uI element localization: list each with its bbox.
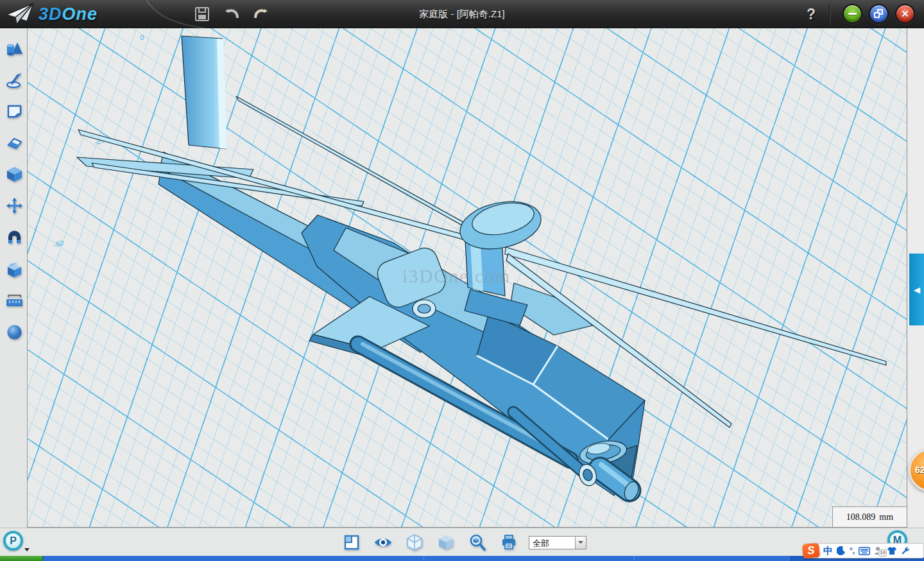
save-button[interactable] — [193, 4, 212, 24]
dropdown-arrow-button[interactable] — [575, 537, 586, 549]
magnet-assembly-button[interactable] — [3, 226, 26, 249]
redo-button[interactable] — [252, 4, 271, 24]
print-icon — [501, 534, 517, 551]
wireframe-display-button[interactable] — [403, 531, 426, 554]
move-transform-button[interactable] — [3, 194, 26, 217]
sketch-draw-button[interactable] — [3, 68, 26, 91]
titlebar: 3DOne 家庭 — [0, 0, 924, 28]
notification-count: 62 — [915, 465, 924, 475]
measurement-value: 108.089 — [846, 512, 876, 522]
quick-access-toolbar — [193, 0, 271, 28]
measurement-readout: 108.089 mm — [832, 506, 907, 527]
close-icon: ✕ — [901, 9, 909, 19]
undo-icon — [223, 6, 240, 22]
window-controls: ✕ — [843, 4, 915, 24]
measurement-unit: mm — [879, 512, 893, 522]
primitive-shapes-button[interactable] — [3, 37, 26, 60]
sketch-plane-icon — [6, 103, 23, 120]
render-sphere-button[interactable] — [3, 320, 26, 343]
status-toolbar: P — [0, 528, 924, 556]
solid-cube-icon — [6, 166, 23, 183]
settings-wrench-icon[interactable] — [901, 544, 910, 558]
viewport-canvas[interactable]: 0 -25 -50 — [28, 28, 907, 528]
night-moon-icon[interactable] — [837, 544, 846, 558]
minimize-button[interactable] — [843, 4, 862, 24]
brand-text: 3DOne — [38, 4, 98, 24]
person-badge-count: 14 — [878, 549, 887, 557]
trim-erase-icon — [6, 134, 23, 151]
measure-list-button[interactable] — [3, 289, 26, 312]
magnet-assembly-icon — [6, 229, 23, 246]
zoom-search-icon — [469, 534, 486, 551]
print-button[interactable] — [497, 531, 520, 554]
trim-erase-button[interactable] — [3, 131, 26, 154]
taskbar-separator — [634, 556, 635, 561]
windows-taskbar[interactable] — [0, 556, 924, 561]
display-filter-dropdown[interactable]: 全部 — [529, 536, 586, 549]
shaded-display-icon — [438, 534, 454, 551]
view-plane-button[interactable] — [340, 531, 363, 554]
window-title: 家庭版 - [阿帕奇.Z1] — [0, 0, 924, 28]
left-corner-badge[interactable]: P — [3, 531, 23, 551]
account-person-icon[interactable]: 14 — [874, 544, 883, 558]
restore-button[interactable] — [869, 4, 889, 24]
combine-box-icon — [6, 261, 23, 279]
brand-one: One — [62, 4, 98, 24]
move-transform-icon — [6, 197, 23, 214]
sketch-draw-icon — [6, 71, 23, 89]
3done-app-window: 3DOne 家庭 — [0, 0, 924, 561]
view-plane-icon — [343, 534, 360, 551]
panel-collapse-tab[interactable]: ◀ — [909, 254, 924, 325]
chevron-down-icon — [578, 541, 583, 544]
helicopter-model[interactable] — [28, 28, 907, 528]
measure-list-icon — [6, 292, 23, 309]
wireframe-display-icon — [406, 533, 423, 551]
undo-button[interactable] — [222, 4, 241, 24]
sogou-ime-bar: S 中 °, 14 — [803, 543, 924, 558]
view-tools: 全部 — [340, 528, 586, 557]
restore-icon — [874, 9, 884, 19]
combine-box-button[interactable] — [3, 258, 26, 281]
left-toolbar — [0, 28, 28, 528]
render-sphere-icon — [6, 324, 23, 341]
punctuation-toggle[interactable]: °, — [850, 544, 855, 558]
sogou-logo-icon[interactable]: S — [802, 543, 820, 558]
taskbar-start-button[interactable] — [0, 556, 43, 561]
visibility-eye-icon — [373, 535, 393, 549]
solid-cube-button[interactable] — [3, 162, 26, 186]
skin-tshirt-icon[interactable] — [887, 544, 897, 558]
chinese-mode-toggle[interactable]: 中 — [823, 544, 833, 558]
zoom-search-button[interactable] — [466, 531, 489, 554]
visibility-eye-button[interactable] — [372, 531, 395, 554]
help-button[interactable]: ? — [801, 0, 821, 28]
collapse-arrow-icon: ◀ — [914, 285, 920, 295]
app-logo: 3DOne — [5, 1, 98, 27]
brand-3d: 3D — [38, 4, 62, 24]
shaded-display-button[interactable] — [434, 531, 458, 554]
taskbar-separator — [424, 556, 424, 561]
sketch-plane-button[interactable] — [3, 99, 26, 123]
minimize-icon — [848, 13, 857, 15]
paper-plane-icon — [5, 2, 35, 26]
titlebar-separator — [830, 3, 830, 25]
display-filter-value: 全部 — [529, 537, 575, 549]
close-button[interactable]: ✕ — [895, 4, 915, 24]
primitive-shapes-icon — [6, 40, 23, 57]
badge-menu-caret-icon[interactable] — [24, 548, 30, 551]
soft-keyboard-icon[interactable] — [859, 544, 870, 558]
redo-icon — [253, 6, 270, 22]
save-icon — [194, 6, 210, 22]
